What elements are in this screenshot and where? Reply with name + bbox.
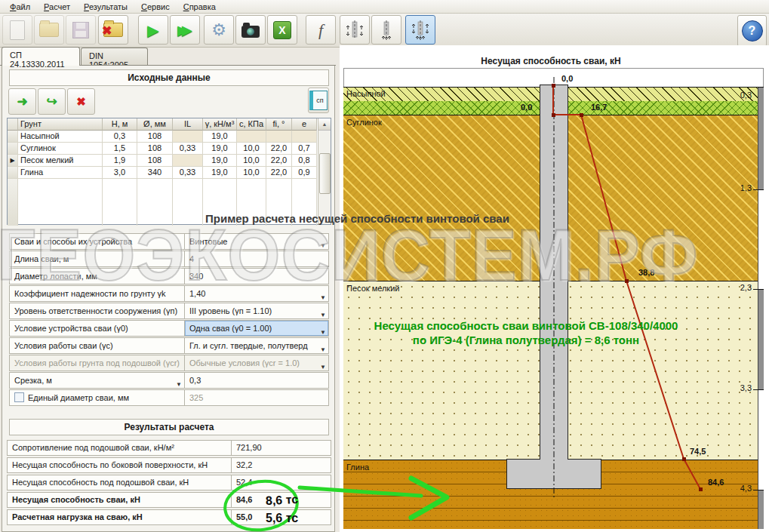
chevron-down-icon[interactable]: ▼ <box>320 343 326 354</box>
param-row-pile-arrangement: Условие устройства сваи (γ0) Одна свая (… <box>9 320 329 337</box>
tonnage-note-top: 8,6 тс <box>266 493 299 508</box>
param-row-pile-length: Длина сваи, м 4 <box>9 251 329 267</box>
base-resistance-value: 721,90 <box>231 440 331 456</box>
uniform-diameter-checkbox[interactable] <box>14 392 24 402</box>
curve-value-2: 38,8 <box>638 268 654 277</box>
table-row[interactable]: Глина 3,0 340 0,33 19,0 10,0 22,0 0,9 <box>8 167 331 179</box>
chevron-down-icon[interactable]: ▼ <box>320 325 326 337</box>
input-section-title: Исходные данные <box>9 69 329 86</box>
sp-book-icon: сп <box>309 91 328 110</box>
col-header-h[interactable]: Н, м <box>103 118 137 131</box>
settings-button[interactable]: ⚙ <box>204 15 234 45</box>
table-row[interactable]: Насыпной 0,3 108 19,0 <box>8 131 331 143</box>
pile-side-friction-button[interactable] <box>340 15 370 45</box>
col-header-c[interactable]: с, КПа <box>237 118 266 131</box>
col-header-fi[interactable]: fi, ° <box>266 118 292 131</box>
application-window: Файл Расчет Результаты Сервис Справка ✖ … <box>0 0 769 532</box>
delete-layer-button[interactable]: ✖ <box>67 88 95 115</box>
save-floppy-icon <box>72 22 89 38</box>
new-file-button[interactable] <box>2 15 32 45</box>
pile-type-select[interactable]: Винтовые▼ <box>184 233 329 250</box>
active-row-marker-icon: ▶ <box>8 155 18 167</box>
result-row-base-capacity: Несущая способность под подошвой сваи, к… <box>7 475 331 490</box>
menu-bar: Файл Расчет Результаты Сервис Справка <box>0 0 769 14</box>
param-row-cut-depth: Срезка, м▼ 0,3 <box>9 372 329 389</box>
menu-help[interactable]: Справка <box>177 2 223 12</box>
curve-value-surface: 0,0 <box>521 103 532 112</box>
help-button[interactable]: ? <box>737 15 767 47</box>
curve-value-1: 16,7 <box>591 103 607 112</box>
capacity-note-green: Несущая способность сваи винтовой СВ-108… <box>349 318 703 347</box>
insert-layer-button[interactable]: ↪ <box>38 88 66 115</box>
arrow-insert-icon: ↪ <box>46 94 57 109</box>
chevron-down-icon[interactable]: ▼ <box>320 308 326 319</box>
open-file-button[interactable] <box>34 15 64 45</box>
example-caption: Пример расчета несущей способности винто… <box>205 212 509 225</box>
chevron-down-icon[interactable]: ▼ <box>320 238 326 250</box>
chevron-down-icon[interactable]: ▼ <box>320 291 326 302</box>
col-header-e[interactable]: е <box>292 118 317 131</box>
chevron-down-icon[interactable]: ▼ <box>176 377 182 389</box>
gear-icon: ⚙ <box>211 22 226 38</box>
soil-table-header: Грунт Н, м Ø, мм IL γ, кН/м³ с, КПа fi, … <box>8 118 331 131</box>
sp-code-button[interactable]: сп <box>308 88 329 113</box>
cut-depth-input[interactable]: 0,3 <box>184 372 329 389</box>
base-soil-conditions-select-disabled: Обычные условия (γcr = 1.0)▼ <box>184 355 329 371</box>
blade-diameter-input[interactable]: 340 <box>184 268 329 284</box>
pile-end-bearing-button[interactable] <box>371 15 401 45</box>
formula-button[interactable]: f <box>306 15 336 45</box>
safety-factor-select[interactable]: 1,40▼ <box>184 285 329 302</box>
curve-value-3: 74,5 <box>690 447 706 456</box>
delete-file-button[interactable]: ✖ <box>98 15 128 45</box>
run-calculation-button[interactable]: ▶ <box>138 15 168 45</box>
pile-arrangement-select[interactable]: Одна свая (γ0 = 1.00)▼ <box>184 320 329 337</box>
col-header-il[interactable]: IL <box>173 118 203 131</box>
col-header-gamma[interactable]: γ, кН/м³ <box>203 118 237 131</box>
menu-calculation[interactable]: Расчет <box>37 2 77 12</box>
col-header-d[interactable]: Ø, мм <box>137 118 173 131</box>
param-row-safety-factor: Коэффициент надежности по грунту γk 1,40… <box>9 285 329 302</box>
result-row-side-capacity: Несущая способность по боковой поверхнос… <box>7 457 331 473</box>
param-row-pile-type: Сваи и способы их устройства Винтовые▼ <box>9 233 329 250</box>
col-header-soil[interactable]: Грунт <box>18 118 103 131</box>
base-capacity-value: 52,4 <box>231 475 331 490</box>
work-conditions-select[interactable]: Гл. и сугл. твердые, полутверд▼ <box>184 337 329 354</box>
cut-depth-select[interactable]: Срезка, м▼ <box>9 372 184 389</box>
tab-din-1054-2005[interactable]: DIN 1054:2005 <box>81 48 148 65</box>
pile-length-input[interactable]: 4 <box>184 251 329 267</box>
result-row-base-resistance: Сопротивление под подошвой сваи, кН/м² 7… <box>7 440 331 456</box>
scrollbar-thumb[interactable] <box>319 153 331 194</box>
pile-combined-button[interactable] <box>405 15 435 45</box>
capacity-polyline <box>553 85 700 489</box>
toolbar: ✖ ▶ ▶▶ ⚙ X f ? <box>0 14 769 48</box>
pile-end-bearing-icon <box>376 20 397 41</box>
menu-results[interactable]: Результаты <box>77 2 134 12</box>
curve-value-tip: 84,6 <box>708 478 724 487</box>
side-capacity-value: 32,2 <box>231 457 331 473</box>
tab-sp-24-13330-2011[interactable]: СП 24.13330.2011 <box>2 47 80 66</box>
new-file-icon <box>10 20 25 40</box>
responsibility-level-select[interactable]: III уровень (γп = 1.10)▼ <box>184 303 329 319</box>
table-row-active[interactable]: ▶ Песок мелкий 1,9 108 19,0 10,0 22,0 0,… <box>8 155 331 167</box>
excel-icon: X <box>273 21 291 39</box>
param-row-base-soil-conditions: Условия работы грунта под подошвой (γcr)… <box>9 355 329 371</box>
table-scrollbar[interactable]: ▲ <box>318 118 331 224</box>
move-layer-button[interactable]: ➜ <box>8 88 36 115</box>
formula-icon: f <box>318 20 323 40</box>
menu-file[interactable]: Файл <box>3 2 37 12</box>
menu-service[interactable]: Сервис <box>134 2 177 12</box>
curve-value-top: 0,0 <box>561 74 573 83</box>
table-row[interactable]: Суглинок 1,5 108 0,33 19,0 10,0 22,0 0,7 <box>8 143 331 155</box>
camera-icon <box>241 26 260 38</box>
help-icon: ? <box>742 20 763 42</box>
input-panel: Исходные данные ➜ ↪ ✖ сп Грунт Н, м Ø, м… <box>2 66 335 532</box>
pile-capacity-chart: Несущая способность сваи, кН Насыпной Су… <box>340 45 769 532</box>
export-excel-button[interactable]: X <box>267 15 297 45</box>
open-folder-icon <box>39 23 59 37</box>
snapshot-button[interactable] <box>235 15 266 45</box>
run-icon: ▶ <box>147 23 158 38</box>
param-row-uniform-diameter: Единый диаметр сваи, мм 325 <box>9 389 329 406</box>
scroll-up-icon[interactable]: ▲ <box>318 118 331 131</box>
run-all-button[interactable]: ▶▶ <box>170 15 200 45</box>
save-file-button[interactable] <box>66 15 96 45</box>
